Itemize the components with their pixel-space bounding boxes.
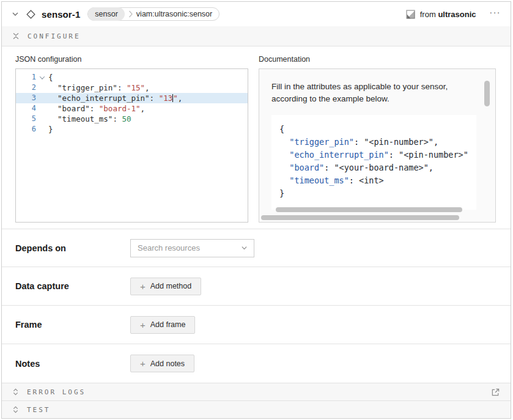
notes-label: Notes	[15, 359, 130, 369]
test-section-bar[interactable]: TEST	[2, 400, 511, 418]
code-text: "timeout_ms": 50	[48, 114, 131, 124]
fold-gutter	[36, 83, 48, 93]
line-number: 3	[16, 93, 36, 103]
documentation-panel: Fill in the attributes as applicable to …	[259, 68, 496, 223]
collapse-chevron-icon[interactable]	[12, 10, 19, 18]
code-text: }	[48, 124, 53, 134]
add-frame-button[interactable]: + Add frame	[130, 316, 195, 334]
add-method-button[interactable]: + Add method	[130, 278, 201, 295]
doc-code-line: "echo_interrupt_pin": "<pin-number>"	[279, 149, 476, 161]
editor-line[interactable]: 3 "echo_interrupt_pin": "13",	[16, 93, 248, 103]
test-section-label: TEST	[27, 406, 51, 414]
code-text: "board": "board-1",	[48, 103, 145, 114]
expand-section-icon	[12, 406, 19, 413]
line-number: 2	[16, 83, 36, 93]
module-name: ultrasonic	[438, 10, 476, 19]
editor-line[interactable]: 1{	[16, 72, 248, 83]
error-logs-section-label: ERROR LOGS	[27, 388, 86, 396]
collapse-section-icon	[12, 32, 20, 40]
configure-section-bar[interactable]: CONFIGURE	[2, 26, 511, 46]
editor-line[interactable]: 6}	[16, 124, 248, 134]
documentation-intro-text: Fill in the attributes as applicable to …	[271, 81, 476, 106]
fold-gutter	[36, 114, 48, 124]
error-logs-section-bar[interactable]: ERROR LOGS	[2, 383, 511, 400]
line-number: 1	[16, 72, 36, 83]
line-number: 6	[16, 124, 36, 134]
chevron-right-icon	[128, 10, 133, 18]
sensor-component-icon	[26, 10, 35, 19]
depends-on-label: Depends on	[15, 243, 130, 253]
fold-gutter	[36, 124, 48, 134]
data-capture-label: Data capture	[15, 281, 130, 291]
code-text: "echo_interrupt_pin": "13",	[48, 93, 182, 103]
configure-section-label: CONFIGURE	[28, 32, 81, 40]
json-editor-lines: 1{2 "trigger_pin": "15",3 "echo_interrup…	[16, 72, 248, 134]
component-header: sensor-1 sensor viam:ultrasonic:sensor f…	[2, 2, 511, 26]
json-configuration-label: JSON configuration	[15, 55, 248, 64]
component-type-badge: sensor viam:ultrasonic:sensor	[87, 7, 220, 21]
fold-chevron-icon[interactable]	[36, 72, 48, 83]
notes-row: Notes + Add notes	[2, 344, 511, 383]
documentation-label: Documentation	[259, 55, 496, 64]
code-horizontal-scrollbar-thumb[interactable]	[276, 207, 462, 212]
component-card: sensor-1 sensor viam:ultrasonic:sensor f…	[1, 1, 511, 419]
doc-code-line: {	[279, 123, 476, 136]
module-icon	[406, 10, 415, 19]
editor-line[interactable]: 5 "timeout_ms": 50	[16, 114, 248, 124]
editor-line[interactable]: 4 "board": "board-1",	[16, 103, 248, 114]
model-label: viam:ultrasonic:sensor	[136, 10, 212, 18]
depends-on-row: Depends on Search resources	[2, 229, 511, 267]
configure-content: JSON configuration 1{2 "trigger_pin": "1…	[2, 46, 511, 229]
add-notes-button[interactable]: + Add notes	[130, 355, 194, 372]
code-text: {	[48, 72, 53, 83]
frame-label: Frame	[15, 320, 130, 330]
type-label: sensor	[88, 7, 125, 21]
documentation-code-example: { "trigger_pin": "<pin-number>", "echo_i…	[271, 115, 476, 210]
from-label: from	[420, 10, 436, 19]
expand-section-icon	[12, 388, 19, 396]
doc-code-line: }	[279, 187, 476, 200]
plus-icon: +	[140, 359, 146, 368]
depends-on-select[interactable]: Search resources	[130, 239, 254, 257]
frame-row: Frame + Add frame	[2, 305, 511, 344]
fold-gutter	[36, 93, 48, 103]
more-options-button[interactable]: ···	[489, 8, 503, 20]
data-capture-row: Data capture + Add method	[2, 267, 511, 305]
depends-on-placeholder: Search resources	[138, 243, 200, 252]
open-in-new-window-icon[interactable]	[491, 388, 500, 397]
doc-code-line: "board": "<your-board-name>",	[279, 161, 476, 174]
module-source-link[interactable]: from ultrasonic	[406, 10, 476, 19]
editor-line[interactable]: 2 "trigger_pin": "15",	[16, 83, 248, 93]
panel-horizontal-scrollbar-thumb[interactable]	[261, 215, 459, 220]
chevron-down-icon	[241, 245, 248, 251]
code-text: "trigger_pin": "15",	[48, 83, 150, 93]
plus-icon: +	[140, 320, 146, 330]
line-number: 4	[16, 103, 36, 114]
fold-gutter	[36, 103, 48, 114]
json-config-editor[interactable]: 1{2 "trigger_pin": "15",3 "echo_interrup…	[15, 68, 248, 223]
component-name: sensor-1	[42, 9, 80, 20]
vertical-scrollbar-thumb[interactable]	[484, 81, 490, 106]
doc-code-line: "timeout_ms": <int>	[279, 174, 476, 187]
line-number: 5	[16, 114, 36, 124]
doc-code-line: "trigger_pin": "<pin-number>",	[279, 136, 476, 149]
plus-icon: +	[140, 282, 146, 291]
